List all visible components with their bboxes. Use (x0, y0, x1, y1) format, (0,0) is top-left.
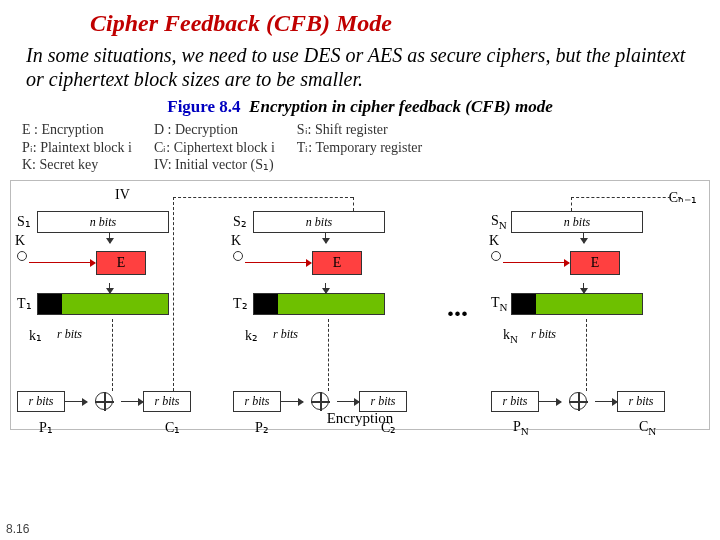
stage-2: S₂ n bits K E T₂ k₂ r bits r bits (233, 211, 441, 315)
tn-label: TN (491, 295, 511, 313)
k-down-arrow-2 (328, 319, 329, 391)
e-block-1: E (96, 251, 146, 275)
s2-label: S₂ (233, 213, 253, 230)
pn-box: r bits (491, 391, 539, 412)
encrypt-row-1: K E (17, 243, 225, 283)
t2-box (253, 293, 385, 315)
e-block-n: E (570, 251, 620, 275)
s2-box: n bits (253, 211, 385, 233)
c2-box: r bits (359, 391, 407, 412)
figure-text: Encryption in cipher feedback (CFB) mode (249, 97, 553, 116)
s2-bits: n bits (254, 212, 384, 232)
encryption-label: Encryption (11, 410, 709, 427)
k-down-arrow-1 (112, 319, 113, 391)
key-icon (491, 251, 501, 261)
s1-label: S₁ (17, 213, 37, 230)
xor-icon (569, 392, 587, 410)
k-down-arrow-n (586, 319, 587, 391)
cfb-diagram: E : Encryption Pᵢ: Plaintext block i K: … (10, 119, 710, 430)
legend: E : Encryption Pᵢ: Plaintext block i K: … (10, 119, 710, 176)
rbits-top-2: r bits (273, 327, 298, 342)
legend-Ti: Tᵢ: Temporary register (297, 139, 422, 157)
key-icon (233, 251, 243, 261)
io-row-n: r bits r bits (491, 391, 665, 412)
t2-label: T₂ (233, 295, 253, 312)
s1-box: n bits (37, 211, 169, 233)
legend-E: E : Encryption (22, 121, 132, 139)
k-node-2: K (233, 251, 247, 261)
iv-label: IV (115, 187, 130, 203)
legend-col-1: E : Encryption Pᵢ: Plaintext block i K: … (22, 121, 132, 174)
slide-title: Cipher Feedback (CFB) Mode (0, 0, 720, 37)
k-node-1: K (17, 251, 31, 261)
page-number: 8.16 (6, 522, 29, 536)
k2-out-label: k₂ (245, 327, 258, 344)
figure-caption: Figure 8.4 Encryption in cipher feedback… (0, 97, 720, 117)
k1-label: K (15, 233, 25, 249)
k2-label: K (231, 233, 241, 249)
encrypt-row-n: K E (491, 243, 699, 283)
p2-box: r bits (233, 391, 281, 412)
io-row-1: r bits r bits (17, 391, 191, 412)
io-row-2: r bits r bits (233, 391, 407, 412)
shift-register-1: S₁ n bits (17, 211, 225, 233)
sn-bits: n bits (512, 212, 642, 232)
legend-Ci: Cᵢ: Ciphertext block i (154, 139, 275, 157)
cn-box: r bits (617, 391, 665, 412)
legend-col-2: D : Decryption Cᵢ: Ciphertext block i IV… (154, 121, 275, 174)
shift-register-2: S₂ n bits (233, 211, 441, 233)
figure-number: Figure 8.4 (167, 97, 240, 116)
s1-bits: n bits (38, 212, 168, 232)
kn-out-label: kN (503, 327, 518, 345)
rbits-top-1: r bits (57, 327, 82, 342)
kn-label: K (489, 233, 499, 249)
rbits-top-n: r bits (531, 327, 556, 342)
e-block-2: E (312, 251, 362, 275)
legend-Si: Sᵢ: Shift register (297, 121, 422, 139)
legend-IV: IV: Initial vector (S₁) (154, 156, 275, 174)
t1-label: T₁ (17, 295, 37, 312)
stage-1: IV S₁ n bits K E T₁ k₁ r bits (17, 211, 225, 315)
t1-box (37, 293, 169, 315)
legend-K: K: Secret key (22, 156, 132, 174)
legend-col-3: Sᵢ: Shift register Tᵢ: Temporary registe… (297, 121, 422, 174)
legend-Pi: Pᵢ: Plaintext block i (22, 139, 132, 157)
xor-icon (311, 392, 329, 410)
sn-label: SN (491, 213, 511, 231)
tn-box (511, 293, 643, 315)
intro-text: In some situations, we need to use DES o… (0, 37, 720, 95)
k1-out-label: k₁ (29, 327, 42, 344)
temp-register-n: TN (491, 293, 699, 315)
diagram-box: IV S₁ n bits K E T₁ k₁ r bits (10, 180, 710, 430)
p1-box: r bits (17, 391, 65, 412)
xor-icon (95, 392, 113, 410)
sn-box: n bits (511, 211, 643, 233)
ellipsis-icon: ... (447, 291, 468, 323)
temp-register-1: T₁ (17, 293, 225, 315)
k-node-n: K (491, 251, 505, 261)
encrypt-row-2: K E (233, 243, 441, 283)
stage-n: Cₙ₋₁ SN n bits K E TN kN r bi (491, 211, 699, 315)
key-icon (17, 251, 27, 261)
c1-box: r bits (143, 391, 191, 412)
legend-D: D : Decryption (154, 121, 275, 139)
shift-register-n: SN n bits (491, 211, 699, 233)
temp-register-2: T₂ (233, 293, 441, 315)
